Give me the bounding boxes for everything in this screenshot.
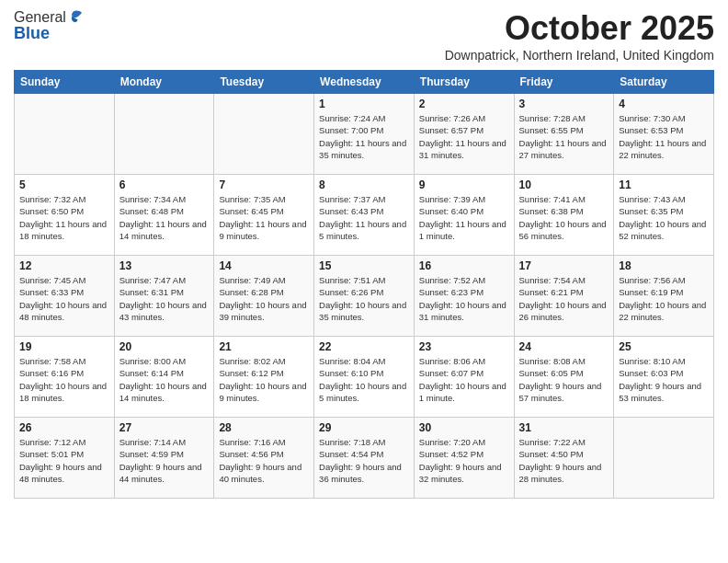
day-number: 9 — [419, 178, 509, 191]
header-tuesday: Tuesday — [214, 71, 314, 94]
day-number: 24 — [519, 340, 609, 353]
day-number: 1 — [319, 98, 409, 110]
day-info: Sunrise: 7:30 AM Sunset: 6:53 PM Dayligh… — [619, 112, 709, 161]
day-info: Sunrise: 7:20 AM Sunset: 4:52 PM Dayligh… — [419, 436, 509, 485]
day-number: 18 — [619, 259, 709, 272]
calendar-cell: 2Sunrise: 7:26 AM Sunset: 6:57 PM Daylig… — [414, 94, 514, 175]
calendar-cell: 4Sunrise: 7:30 AM Sunset: 6:53 PM Daylig… — [614, 94, 714, 175]
day-number: 14 — [219, 259, 309, 272]
calendar-cell — [214, 94, 314, 175]
day-number: 20 — [119, 340, 210, 353]
calendar-cell: 20Sunrise: 8:00 AM Sunset: 6:14 PM Dayli… — [114, 337, 214, 418]
day-number: 11 — [619, 178, 709, 191]
calendar-cell: 27Sunrise: 7:14 AM Sunset: 4:59 PM Dayli… — [114, 418, 214, 499]
day-number: 15 — [319, 259, 409, 272]
day-number: 13 — [119, 259, 210, 272]
day-number: 19 — [19, 340, 109, 353]
calendar-week-row: 1Sunrise: 7:24 AM Sunset: 7:00 PM Daylig… — [15, 94, 714, 175]
calendar-cell: 1Sunrise: 7:24 AM Sunset: 7:00 PM Daylig… — [314, 94, 415, 175]
top-row: General Blue October 2025 Downpatrick, N… — [14, 9, 714, 64]
logo: General Blue — [14, 9, 85, 43]
day-number: 6 — [119, 178, 210, 191]
calendar-cell: 13Sunrise: 7:47 AM Sunset: 6:31 PM Dayli… — [114, 256, 214, 337]
day-info: Sunrise: 8:04 AM Sunset: 6:10 PM Dayligh… — [319, 355, 409, 404]
day-info: Sunrise: 7:43 AM Sunset: 6:35 PM Dayligh… — [619, 193, 709, 242]
month-title: October 2025 — [445, 9, 714, 48]
day-info: Sunrise: 7:39 AM Sunset: 6:40 PM Dayligh… — [419, 193, 509, 242]
location-title: Downpatrick, Northern Ireland, United Ki… — [445, 48, 714, 63]
day-number: 4 — [619, 98, 709, 110]
day-info: Sunrise: 7:49 AM Sunset: 6:28 PM Dayligh… — [219, 274, 309, 323]
day-number: 23 — [419, 340, 509, 353]
calendar-cell: 6Sunrise: 7:34 AM Sunset: 6:48 PM Daylig… — [114, 175, 214, 256]
day-info: Sunrise: 7:47 AM Sunset: 6:31 PM Dayligh… — [119, 274, 210, 323]
day-info: Sunrise: 8:10 AM Sunset: 6:03 PM Dayligh… — [619, 355, 709, 404]
day-info: Sunrise: 7:34 AM Sunset: 6:48 PM Dayligh… — [119, 193, 210, 242]
calendar-cell: 29Sunrise: 7:18 AM Sunset: 4:54 PM Dayli… — [314, 418, 415, 499]
day-number: 8 — [319, 178, 409, 191]
calendar-week-row: 19Sunrise: 7:58 AM Sunset: 6:16 PM Dayli… — [15, 337, 714, 418]
calendar-cell — [15, 94, 115, 175]
day-info: Sunrise: 7:12 AM Sunset: 5:01 PM Dayligh… — [19, 436, 109, 485]
day-info: Sunrise: 7:32 AM Sunset: 6:50 PM Dayligh… — [19, 193, 109, 242]
calendar-header-row: SundayMondayTuesdayWednesdayThursdayFrid… — [15, 71, 714, 94]
day-info: Sunrise: 8:02 AM Sunset: 6:12 PM Dayligh… — [219, 355, 309, 404]
calendar-cell: 30Sunrise: 7:20 AM Sunset: 4:52 PM Dayli… — [414, 418, 514, 499]
header-monday: Monday — [114, 71, 214, 94]
day-info: Sunrise: 7:41 AM Sunset: 6:38 PM Dayligh… — [519, 193, 609, 242]
day-info: Sunrise: 7:52 AM Sunset: 6:23 PM Dayligh… — [419, 274, 509, 323]
day-number: 25 — [619, 340, 709, 353]
calendar-week-row: 12Sunrise: 7:45 AM Sunset: 6:33 PM Dayli… — [15, 256, 714, 337]
day-info: Sunrise: 7:24 AM Sunset: 7:00 PM Dayligh… — [319, 112, 409, 161]
calendar-cell — [614, 418, 714, 499]
day-info: Sunrise: 8:08 AM Sunset: 6:05 PM Dayligh… — [519, 355, 609, 404]
calendar-cell: 19Sunrise: 7:58 AM Sunset: 6:16 PM Dayli… — [15, 337, 115, 418]
calendar-cell: 26Sunrise: 7:12 AM Sunset: 5:01 PM Dayli… — [15, 418, 115, 499]
calendar-cell: 21Sunrise: 8:02 AM Sunset: 6:12 PM Dayli… — [214, 337, 314, 418]
day-info: Sunrise: 7:51 AM Sunset: 6:26 PM Dayligh… — [319, 274, 409, 323]
calendar-cell: 10Sunrise: 7:41 AM Sunset: 6:38 PM Dayli… — [514, 175, 614, 256]
header-thursday: Thursday — [414, 71, 514, 94]
calendar-cell: 24Sunrise: 8:08 AM Sunset: 6:05 PM Dayli… — [514, 337, 614, 418]
calendar-week-row: 26Sunrise: 7:12 AM Sunset: 5:01 PM Dayli… — [15, 418, 714, 499]
day-number: 22 — [319, 340, 409, 353]
day-number: 31 — [519, 421, 609, 434]
day-info: Sunrise: 7:58 AM Sunset: 6:16 PM Dayligh… — [19, 355, 109, 404]
calendar-cell: 12Sunrise: 7:45 AM Sunset: 6:33 PM Dayli… — [15, 256, 115, 337]
calendar-cell: 25Sunrise: 8:10 AM Sunset: 6:03 PM Dayli… — [614, 337, 714, 418]
day-number: 30 — [419, 421, 509, 434]
calendar-cell: 7Sunrise: 7:35 AM Sunset: 6:45 PM Daylig… — [214, 175, 314, 256]
calendar-cell: 23Sunrise: 8:06 AM Sunset: 6:07 PM Dayli… — [414, 337, 514, 418]
day-number: 21 — [219, 340, 309, 353]
calendar-cell — [114, 94, 214, 175]
calendar-cell: 15Sunrise: 7:51 AM Sunset: 6:26 PM Dayli… — [314, 256, 415, 337]
header-wednesday: Wednesday — [314, 71, 415, 94]
day-number: 29 — [319, 421, 409, 434]
day-info: Sunrise: 7:56 AM Sunset: 6:19 PM Dayligh… — [619, 274, 709, 323]
day-info: Sunrise: 8:00 AM Sunset: 6:14 PM Dayligh… — [119, 355, 210, 404]
day-info: Sunrise: 7:18 AM Sunset: 4:54 PM Dayligh… — [319, 436, 409, 485]
day-info: Sunrise: 7:35 AM Sunset: 6:45 PM Dayligh… — [219, 193, 309, 242]
calendar-cell: 28Sunrise: 7:16 AM Sunset: 4:56 PM Dayli… — [214, 418, 314, 499]
header-saturday: Saturday — [614, 71, 714, 94]
calendar-cell: 5Sunrise: 7:32 AM Sunset: 6:50 PM Daylig… — [15, 175, 115, 256]
calendar-cell: 3Sunrise: 7:28 AM Sunset: 6:55 PM Daylig… — [514, 94, 614, 175]
calendar-cell: 31Sunrise: 7:22 AM Sunset: 4:50 PM Dayli… — [514, 418, 614, 499]
day-number: 3 — [519, 98, 609, 110]
day-info: Sunrise: 7:14 AM Sunset: 4:59 PM Dayligh… — [119, 436, 210, 485]
title-section: October 2025 Downpatrick, Northern Irela… — [445, 9, 714, 63]
calendar-cell: 22Sunrise: 8:04 AM Sunset: 6:10 PM Dayli… — [314, 337, 415, 418]
day-number: 2 — [419, 98, 509, 110]
day-info: Sunrise: 7:16 AM Sunset: 4:56 PM Dayligh… — [219, 436, 309, 485]
day-number: 7 — [219, 178, 309, 191]
calendar-cell: 11Sunrise: 7:43 AM Sunset: 6:35 PM Dayli… — [614, 175, 714, 256]
day-number: 12 — [19, 259, 109, 272]
logo-bird-icon — [68, 9, 85, 26]
logo-blue: Blue — [14, 24, 50, 43]
day-number: 10 — [519, 178, 609, 191]
logo-text: General Blue — [14, 9, 85, 43]
calendar-cell: 9Sunrise: 7:39 AM Sunset: 6:40 PM Daylig… — [414, 175, 514, 256]
calendar-cell: 18Sunrise: 7:56 AM Sunset: 6:19 PM Dayli… — [614, 256, 714, 337]
day-number: 16 — [419, 259, 509, 272]
day-info: Sunrise: 7:37 AM Sunset: 6:43 PM Dayligh… — [319, 193, 409, 242]
